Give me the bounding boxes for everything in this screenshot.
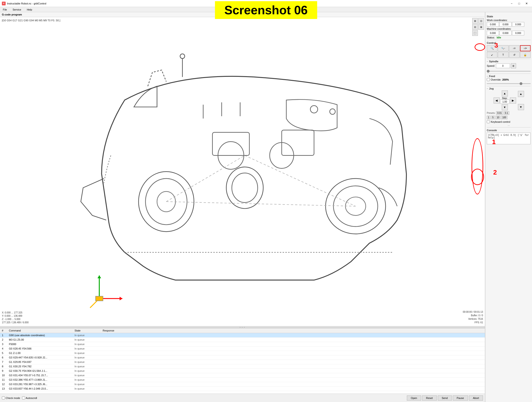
menu-help[interactable]: Help [25, 8, 34, 12]
check-mode-label[interactable]: Check mode [2, 396, 20, 399]
send-button[interactable]: Send [438, 396, 452, 401]
table-row: 11 G3 X32.386 Y55.477 I-3.869 J1... In q… [0, 378, 485, 382]
buffer-value: Buffer: 0 / 0 [463, 314, 483, 317]
canvas-btn-4[interactable]: ⊠ [478, 24, 484, 30]
keyboard-control-checkbox[interactable] [487, 120, 490, 123]
ctrl-zoom-out[interactable]: 🔍− [498, 45, 508, 51]
canvas-area: [G0 G54 G17 G21 G90 G94 M0 M5 M9 T0 F0. … [0, 17, 485, 326]
preset-0-01[interactable]: 0.01 [496, 111, 503, 115]
feed-section-header[interactable]: − Feed [487, 75, 531, 78]
cell-id: 6 [0, 355, 7, 360]
canvas-btn-fullscreen[interactable]: ⛶ [472, 30, 478, 36]
coord-summary: 177.325 / 136.489 / 6.000 [2, 321, 29, 324]
bottom-bar: Check mode Autoscroll Open Reset Send Pa… [0, 394, 485, 402]
cell-command: G1 X30.25 Y54.782 [7, 364, 73, 369]
divider-1 [487, 40, 531, 40]
ctrl-bottom-left[interactable]: ↙ [487, 52, 497, 58]
maximize-button[interactable]: □ [516, 1, 523, 6]
canvas-btn-2[interactable]: ⊡ [478, 18, 484, 24]
time-display: 00:00:00 / 00:01:13 Buffer: 0 / 0 Vertic… [463, 310, 483, 324]
status-label: Status: [487, 36, 495, 39]
preset-10[interactable]: 10 [495, 116, 500, 119]
canvas-btn-3[interactable]: ⊟ [472, 24, 478, 30]
vertices-value: Vertices: 7516 [463, 317, 483, 321]
machine-coord-y[interactable] [500, 31, 512, 35]
command-table-container: # Command State Response 1 G90 (use abso… [0, 328, 485, 394]
spindle-speed-input[interactable] [496, 63, 510, 68]
table-row: 1 G90 (use absolute coordinates) In queu… [0, 333, 485, 338]
menu-service[interactable]: Service [11, 8, 23, 12]
cell-id: 7 [0, 360, 7, 364]
spindle-slider[interactable] [487, 71, 531, 72]
jog-y-plus-button[interactable]: ▲ [502, 90, 508, 96]
open-button[interactable]: Open [407, 396, 421, 401]
work-coord-y[interactable] [500, 22, 512, 27]
cell-response [101, 342, 485, 346]
cell-id: 5 [0, 351, 7, 355]
ctrl-rotate[interactable]: ↺ [509, 52, 519, 58]
table-row: 10 G3 X31.434 Y55.07 I-0.751 J3.7... In … [0, 373, 485, 378]
jog-z-plus-button[interactable]: ▲ [518, 91, 524, 97]
table-row: 2 M3 G1 Z5.00 In queue [0, 338, 485, 342]
spindle-gear-button[interactable]: ⚙ [511, 63, 516, 69]
jog-collapse-icon: − [487, 87, 488, 90]
spindle-row: Speed: ⚙ [487, 63, 531, 69]
ctrl-zoom-in[interactable]: 🔍 [487, 45, 497, 51]
ctrl-home-xy[interactable]: ⌂0 [509, 45, 519, 51]
feed-slider[interactable] [487, 83, 531, 84]
ctrl-home-xyz[interactable]: ⌂0• [520, 45, 531, 51]
check-mode-checkbox[interactable] [2, 396, 5, 399]
ctrl-text[interactable]: T [498, 52, 508, 58]
state-section-title: State [487, 15, 531, 18]
step-input[interactable] [500, 100, 509, 104]
cell-command: G90 (use absolute coordinates) [7, 333, 73, 338]
preset-1[interactable]: 1 [487, 116, 491, 119]
table-row: 6 G3 X29.447 Y54.635 I-0.928 J2... In qu… [0, 355, 485, 360]
jog-section-header[interactable]: − Jog [487, 87, 531, 90]
machine-coord-x[interactable] [487, 31, 499, 35]
jog-y-minus-button[interactable]: ▼ [502, 104, 508, 110]
keyboard-dots: ... [508, 124, 509, 126]
col-header-response: Response [101, 328, 485, 333]
autoscroll-label[interactable]: Autoscroll [22, 396, 37, 399]
app-title: Instructable Robot.nc - grblControl [7, 2, 46, 5]
preset-5[interactable]: 5 [491, 116, 495, 119]
menu-file[interactable]: File [1, 8, 9, 12]
work-coord-x[interactable] [487, 22, 499, 27]
reset-button[interactable]: Reset [422, 396, 437, 401]
preset-100[interactable]: 100 [501, 116, 507, 119]
cell-state: In queue [73, 333, 101, 338]
resize-handle[interactable]: • • • [0, 326, 485, 328]
cell-response [101, 387, 485, 391]
jog-z-minus-button[interactable]: ▼ [518, 104, 524, 110]
presets-label: Presets: [487, 112, 495, 114]
cell-command: G3 X33.837 Y56.44 I-2.049 J3.0... [7, 387, 73, 391]
abort-button[interactable]: Abort [469, 396, 483, 401]
jog-section-title: Jog [489, 87, 494, 90]
autoscroll-checkbox[interactable] [22, 396, 25, 399]
machine-coord-z[interactable] [512, 31, 524, 35]
divider-3 [487, 74, 531, 74]
cell-response [101, 355, 485, 360]
preset-0-1[interactable]: 0.1 [504, 111, 509, 115]
title-bar: R Instructable Robot.nc - grblControl Sc… [0, 0, 532, 7]
jog-x-plus-button[interactable]: ▶ [510, 97, 516, 104]
feed-override-checkbox[interactable] [487, 78, 490, 81]
status-value: Idle [497, 36, 501, 39]
ctrl-lock[interactable]: 🔒 [520, 52, 531, 58]
minimize-button[interactable]: − [508, 1, 515, 6]
pause-button[interactable]: Pause [453, 396, 468, 401]
cell-id: 9 [0, 369, 7, 373]
cell-state: In queue [73, 387, 101, 391]
jog-x-minus-button[interactable]: ◀ [494, 97, 500, 104]
work-coord-z[interactable] [512, 22, 524, 27]
canvas-btn-1[interactable]: ⊞ [472, 18, 478, 24]
feed-row: Override: 200% [487, 78, 531, 81]
spindle-section-header[interactable]: − Spindle [487, 60, 531, 63]
cell-id: 11 [0, 378, 7, 382]
cell-state: In queue [73, 378, 101, 382]
console-area: [CTRL+X] < Grbl 0.9j ['$' for help] [487, 132, 531, 144]
close-button[interactable]: ✕ [523, 1, 530, 6]
cell-id: 12 [0, 382, 7, 387]
cell-response [101, 346, 485, 351]
